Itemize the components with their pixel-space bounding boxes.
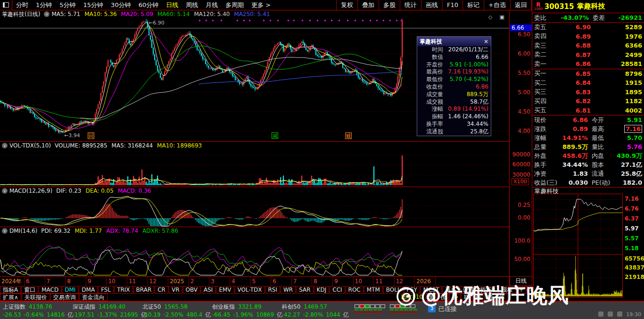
indicator-tab-ASI[interactable]: ASI xyxy=(201,286,215,294)
indicator-tab-BRAR[interactable]: BRAR xyxy=(133,286,155,294)
index-quote-创业板指[interactable]: 创业板指3321.89-66.45-1.96%10869亿 xyxy=(212,303,282,319)
indicator-tab-更多[interactable]: 更多 xyxy=(442,286,459,294)
indicator-tab-MCST[interactable]: MCST xyxy=(421,286,442,294)
intraday-mini-chart[interactable] xyxy=(533,194,623,298)
indicator-tab-RSI[interactable]: RSI xyxy=(265,286,281,294)
tool-F10[interactable]: F10 xyxy=(442,0,462,10)
axis-tick: 5.00 xyxy=(510,89,530,96)
function-tab-交易查询[interactable]: 交易查询 xyxy=(50,294,79,301)
indicator-tab-+[interactable]: + xyxy=(516,286,527,294)
bid-row[interactable]: 买二6.841915 xyxy=(532,78,644,88)
period-tab-5分钟[interactable]: 5分钟 xyxy=(56,0,79,10)
bid-row[interactable]: 买五6.814002 xyxy=(532,106,644,115)
chevron-down-icon[interactable]: ∨ xyxy=(2,143,8,148)
period-tab-15分钟[interactable]: 15分钟 xyxy=(80,0,107,10)
ask-row[interactable]: 卖五6.905289 xyxy=(532,23,644,32)
tool-画线[interactable]: 画线 xyxy=(421,0,442,10)
function-tab-筹[interactable]: 筹 xyxy=(496,294,508,301)
indicator-tab-PSY[interactable]: PSY xyxy=(404,286,420,294)
indicator-tab-指标B[interactable]: 指标B xyxy=(477,286,498,294)
index-quote-上证指数[interactable]: 上证指数4138.76-26.53-0.64%14816亿 xyxy=(3,303,73,319)
indicator-tab-DMI[interactable]: DMI xyxy=(62,286,78,294)
function-tab-联[interactable]: 联 xyxy=(461,294,472,301)
dmi-canvas[interactable] xyxy=(0,227,509,276)
volume-pane[interactable] xyxy=(0,141,509,187)
tool-+自选[interactable]: +自选 xyxy=(484,0,510,10)
tool-多股[interactable]: 多股 xyxy=(379,0,400,10)
period-tab-30分钟[interactable]: 30分钟 xyxy=(107,0,135,10)
indicator-tab-CR[interactable]: CR xyxy=(155,286,168,294)
close-icon[interactable]: × xyxy=(484,38,488,45)
tool-标记[interactable]: 标记 xyxy=(462,0,484,10)
indicator-tab-ROC[interactable]: ROC xyxy=(346,286,363,294)
mini-axis-tick: 657566 xyxy=(625,255,644,262)
top-menu-bar: 分时1分钟5分钟15分钟30分钟60分钟日线周线月线多周期更多 > 复权叠加多股… xyxy=(0,0,532,10)
tooltip-label: 涨幅 xyxy=(420,106,443,113)
indicator-tab-SAR[interactable]: SAR xyxy=(296,286,313,294)
indicator-tab-MTM[interactable]: MTM xyxy=(364,286,383,294)
indicator-tab-设置[interactable]: 设置 xyxy=(460,286,477,294)
period-tab-月线[interactable]: 月线 xyxy=(202,0,222,10)
stock-name: 掌趣科技 xyxy=(577,2,605,11)
indicator-tab-BOLL[interactable]: BOLL xyxy=(383,286,404,294)
function-tab-资金流向[interactable]: 资金流向 xyxy=(79,294,107,301)
tool-返回[interactable]: 返回 xyxy=(510,0,532,10)
ask-row[interactable]: 卖四6.891976 xyxy=(532,32,644,41)
index-quote-科创50[interactable]: 科创501469.57-42.27-2.80%1044亿 xyxy=(282,303,352,319)
margin-flag: R 1000 xyxy=(534,2,543,11)
index-quote-北证50[interactable]: 北证501565.58-40.19-2.50%480.4亿 xyxy=(142,303,212,319)
intraday-canvas[interactable] xyxy=(534,194,622,297)
indicator-tab-KDJ[interactable]: KDJ xyxy=(314,286,330,294)
indicator-tab-FSL[interactable]: FSL xyxy=(98,286,114,294)
indicator-tab-WR[interactable]: WR xyxy=(281,286,296,294)
function-tab-扩展∧[interactable]: 扩展∧ xyxy=(0,294,21,301)
volume-canvas[interactable] xyxy=(0,142,509,187)
indicator-tab-CCI[interactable]: CCI xyxy=(330,286,345,294)
index-quote-深证成指[interactable]: 深证成指14169.40-197.51-1.37%21695亿 xyxy=(73,303,142,319)
tool-复权[interactable]: 复权 xyxy=(336,0,357,10)
indicator-tab-模板[interactable]: 模板 xyxy=(499,286,516,294)
period-tab-多周期[interactable]: 多周期 xyxy=(222,0,248,10)
mini-axis-tick: 438377 xyxy=(625,264,644,271)
period-tab-日线[interactable]: 日线 xyxy=(162,0,182,10)
function-tab-价[interactable]: 价 xyxy=(438,294,449,301)
indicator-tab-OBV[interactable]: OBV xyxy=(183,286,201,294)
period-tab-分时[interactable]: 分时 xyxy=(12,0,32,10)
chevron-down-icon[interactable]: ∨ xyxy=(2,188,8,194)
indicator-tab-窗口[interactable]: 窗口 xyxy=(21,286,38,294)
window-icon[interactable] xyxy=(0,0,12,10)
indicator-tab-VR[interactable]: VR xyxy=(169,286,182,294)
ask-row[interactable]: 卖三6.886366 xyxy=(532,41,644,50)
chevron-down-icon[interactable]: ∨ xyxy=(2,228,8,234)
macd-pane[interactable] xyxy=(0,187,509,227)
period-tab-周线[interactable]: 周线 xyxy=(182,0,202,10)
function-tab-势[interactable]: 势 xyxy=(449,294,461,301)
indicator-tab-MACD[interactable]: MACD xyxy=(39,286,61,294)
bid-row[interactable]: 买四6.821182 xyxy=(532,97,644,106)
indicator-tab-DMA[interactable]: DMA xyxy=(79,286,98,294)
function-tab-值[interactable]: 值 xyxy=(473,294,484,301)
period-tab-更多 >[interactable]: 更多 > xyxy=(248,0,274,10)
connection-status[interactable]: 已连接 xyxy=(438,305,457,313)
function-tab-graphic-f10[interactable]: 图文F10 xyxy=(399,294,425,301)
tool-叠加[interactable]: 叠加 xyxy=(357,0,379,10)
indicator-tab-EMV[interactable]: EMV xyxy=(216,286,234,294)
function-tab-道[interactable]: 道 xyxy=(485,294,496,301)
tool-统计[interactable]: 统计 xyxy=(400,0,421,10)
dmi-pane[interactable] xyxy=(0,227,509,276)
indicator-tab-VOL-TDX[interactable]: VOL-TDX xyxy=(235,286,265,294)
period-tab-60分钟[interactable]: 60分钟 xyxy=(135,0,163,10)
dash xyxy=(373,309,377,311)
function-tab-笔[interactable]: 笔 xyxy=(426,294,437,301)
ask-row[interactable]: 卖二6.872499 xyxy=(532,50,644,60)
bid-row[interactable]: 买一6.858796 xyxy=(532,69,644,79)
bid-row[interactable]: 买三6.831895 xyxy=(532,88,644,97)
connection-count-badge[interactable]: 3 xyxy=(428,305,436,312)
macd-canvas[interactable] xyxy=(0,187,509,227)
ask-row[interactable]: 卖一6.8628581 xyxy=(532,59,644,69)
period-tab-1分钟[interactable]: 1分钟 xyxy=(32,0,56,10)
function-tab-关联报价[interactable]: 关联报价 xyxy=(22,294,50,301)
chevron-down-icon[interactable]: ∨ xyxy=(44,11,50,17)
indicator-tab-TRIX[interactable]: TRIX xyxy=(114,286,132,294)
indicator-tab-指标A[interactable]: 指标A xyxy=(0,286,21,294)
